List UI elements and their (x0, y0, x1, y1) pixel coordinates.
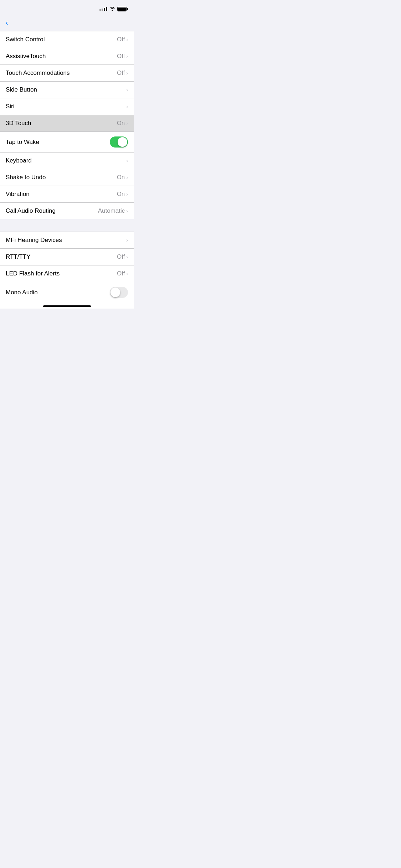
chevron-icon-touch-accommodations: › (126, 70, 128, 76)
settings-row-shake-to-undo[interactable]: Shake to UndoOn› (0, 169, 134, 186)
row-label-3d-touch: 3D Touch (6, 120, 31, 127)
settings-row-call-audio-routing[interactable]: Call Audio RoutingAutomatic› (0, 203, 134, 219)
wifi-icon (109, 6, 115, 12)
settings-row-keyboard[interactable]: Keyboard› (0, 153, 134, 169)
row-value-rtt-tty: Off (117, 253, 125, 260)
toggle-tap-to-wake[interactable] (110, 136, 128, 148)
row-right-touch-accommodations: Off› (117, 69, 128, 77)
chevron-icon-mfi-hearing-devices: › (126, 237, 128, 243)
row-right-led-flash: Off› (117, 270, 128, 277)
back-button[interactable]: ‹ (6, 19, 10, 27)
row-right-3d-touch: On› (117, 120, 128, 127)
status-bar (0, 0, 134, 16)
settings-row-assistive-touch[interactable]: AssistiveTouchOff› (0, 48, 134, 65)
row-label-assistive-touch: AssistiveTouch (6, 53, 46, 60)
chevron-icon-rtt-tty: › (126, 254, 128, 260)
settings-row-led-flash[interactable]: LED Flash for AlertsOff› (0, 265, 134, 282)
settings-row-vibration[interactable]: VibrationOn› (0, 186, 134, 203)
row-value-led-flash: Off (117, 270, 125, 277)
row-label-side-button: Side Button (6, 86, 37, 93)
row-right-siri: › (126, 104, 128, 109)
row-label-keyboard: Keyboard (6, 157, 32, 164)
settings-row-rtt-tty[interactable]: RTT/TTYOff› (0, 249, 134, 265)
row-label-siri: Siri (6, 103, 15, 110)
main-settings-section: Switch ControlOff›AssistiveTouchOff›Touc… (0, 31, 134, 219)
chevron-icon-keyboard: › (126, 158, 128, 164)
home-indicator-area (0, 303, 134, 309)
row-value-vibration: On (117, 191, 125, 198)
row-label-shake-to-undo: Shake to Undo (6, 174, 46, 181)
chevron-icon-switch-control: › (126, 37, 128, 42)
settings-row-switch-control[interactable]: Switch ControlOff› (0, 31, 134, 48)
row-label-tap-to-wake: Tap to Wake (6, 139, 39, 146)
row-right-mfi-hearing-devices: › (126, 237, 128, 243)
chevron-icon-assistive-touch: › (126, 53, 128, 59)
status-icons (99, 6, 127, 12)
row-label-led-flash: LED Flash for Alerts (6, 270, 60, 277)
row-label-call-audio-routing: Call Audio Routing (6, 207, 56, 215)
chevron-icon-led-flash: › (126, 271, 128, 277)
row-value-switch-control: Off (117, 36, 125, 43)
settings-row-3d-touch[interactable]: 3D TouchOn› (0, 115, 134, 132)
chevron-icon-side-button: › (126, 87, 128, 93)
chevron-icon-call-audio-routing: › (126, 208, 128, 214)
row-right-tap-to-wake (110, 136, 128, 148)
settings-row-mono-audio[interactable]: Mono Audio (0, 282, 134, 303)
settings-row-touch-accommodations[interactable]: Touch AccommodationsOff› (0, 65, 134, 82)
row-right-call-audio-routing: Automatic› (98, 207, 128, 215)
row-right-shake-to-undo: On› (117, 174, 128, 181)
row-right-keyboard: › (126, 158, 128, 164)
row-value-shake-to-undo: On (117, 174, 125, 181)
battery-icon (117, 7, 127, 11)
row-value-call-audio-routing: Automatic (98, 207, 125, 215)
row-right-rtt-tty: Off› (117, 253, 128, 260)
back-chevron-icon: ‹ (6, 19, 8, 27)
chevron-icon-3d-touch: › (126, 120, 128, 126)
signal-icon (99, 7, 107, 11)
chevron-icon-vibration: › (126, 191, 128, 197)
settings-row-siri[interactable]: Siri› (0, 98, 134, 115)
row-label-rtt-tty: RTT/TTY (6, 253, 31, 260)
row-label-mono-audio: Mono Audio (6, 289, 38, 296)
hearing-settings-section: MFi Hearing Devices›RTT/TTYOff›LED Flash… (0, 232, 134, 303)
toggle-mono-audio[interactable] (110, 287, 128, 298)
settings-row-mfi-hearing-devices[interactable]: MFi Hearing Devices› (0, 232, 134, 249)
row-label-vibration: Vibration (6, 191, 30, 198)
row-right-side-button: › (126, 87, 128, 93)
row-right-assistive-touch: Off› (117, 53, 128, 60)
row-right-vibration: On› (117, 191, 128, 198)
row-right-mono-audio (110, 287, 128, 298)
settings-row-tap-to-wake[interactable]: Tap to Wake (0, 132, 134, 153)
hearing-section-gap (0, 219, 134, 232)
row-label-touch-accommodations: Touch Accommodations (6, 69, 70, 77)
home-bar (43, 305, 91, 307)
row-value-assistive-touch: Off (117, 53, 125, 60)
row-label-mfi-hearing-devices: MFi Hearing Devices (6, 237, 62, 244)
row-value-touch-accommodations: Off (117, 69, 125, 77)
settings-row-side-button[interactable]: Side Button› (0, 82, 134, 98)
row-label-switch-control: Switch Control (6, 36, 45, 43)
row-right-switch-control: Off› (117, 36, 128, 43)
row-value-3d-touch: On (117, 120, 125, 127)
chevron-icon-shake-to-undo: › (126, 175, 128, 180)
nav-bar: ‹ (0, 16, 134, 31)
chevron-icon-siri: › (126, 104, 128, 109)
